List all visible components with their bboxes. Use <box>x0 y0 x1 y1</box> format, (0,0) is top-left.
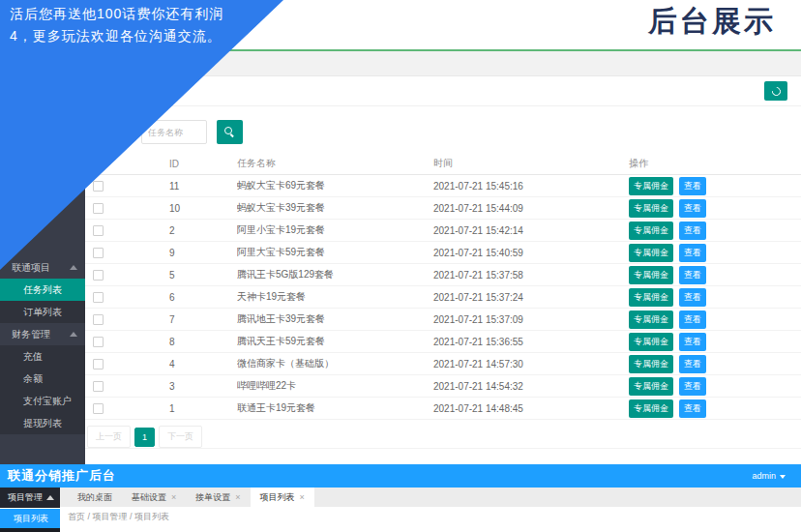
cell-task-name: 腾讯王卡5G版129套餐 <box>237 268 433 281</box>
view-button[interactable]: 查看 <box>679 244 706 262</box>
row-checkbox[interactable] <box>93 381 104 392</box>
bottom-tab-strip: 我的桌面 基础设置× 接单设置× 项目列表× <box>60 488 801 507</box>
caret-down-icon <box>780 475 786 479</box>
row-checkbox[interactable] <box>93 314 104 325</box>
cell-task-name: 阿里大宝卡59元套餐 <box>237 246 433 259</box>
view-button[interactable]: 查看 <box>679 377 706 396</box>
cell-id: 6 <box>169 292 237 303</box>
row-checkbox[interactable] <box>93 225 104 236</box>
cell-id: 5 <box>169 270 237 281</box>
promo-text-line2: 4，更多玩法欢迎各位沟通交流。 <box>10 28 222 45</box>
cell-id: 3 <box>169 381 237 392</box>
tab-order-settings[interactable]: 接单设置× <box>186 488 250 507</box>
row-checkbox[interactable] <box>93 292 104 303</box>
row-checkbox[interactable] <box>93 203 104 214</box>
cell-id: 9 <box>169 248 237 258</box>
sidebar-item-task-list[interactable]: 任务列表 <box>0 279 85 301</box>
exclusive-commission-button[interactable]: 专属佣金 <box>629 288 673 307</box>
cell-task-name: 腾讯地王卡39元套餐 <box>237 312 433 326</box>
sidebar-item-recharge[interactable]: 充值 <box>0 345 85 368</box>
cell-time: 2021-07-21 14:54:32 <box>433 381 629 392</box>
exclusive-commission-button[interactable]: 专属佣金 <box>629 244 673 262</box>
close-icon[interactable]: × <box>300 492 305 502</box>
collapse-arrow-icon <box>70 332 77 337</box>
exclusive-commission-button[interactable]: 专属佣金 <box>629 199 673 218</box>
view-button[interactable]: 查看 <box>679 177 706 195</box>
row-checkbox[interactable] <box>93 270 104 281</box>
search-button[interactable] <box>217 120 243 144</box>
current-page-button[interactable]: 1 <box>134 428 155 447</box>
bottom-sidebar-group-project-mgmt[interactable]: 项目管理 <box>0 488 60 508</box>
close-icon[interactable]: × <box>171 492 176 502</box>
cell-task-name: 蚂蚁大宝卡69元套餐 <box>237 179 433 192</box>
row-checkbox[interactable] <box>93 181 104 192</box>
table-row: 8 腾讯天王卡59元套餐 2021-07-21 15:36:55 专属佣金 查看 <box>85 331 801 353</box>
view-button[interactable]: 查看 <box>679 399 706 418</box>
view-button[interactable]: 查看 <box>679 333 706 351</box>
task-table: ID 任务名称 时间 操作 11 蚂蚁大宝卡69元套餐 2021-07-21 1… <box>85 153 801 420</box>
row-checkbox[interactable] <box>93 248 104 258</box>
cell-task-name: 腾讯天王卡59元套餐 <box>237 335 433 348</box>
cell-task-name: 联通王卡19元套餐 <box>237 401 433 415</box>
bottom-sidebar-next-item-cutoff <box>0 528 60 532</box>
exclusive-commission-button[interactable]: 专属佣金 <box>629 222 673 240</box>
exclusive-commission-button[interactable]: 专属佣金 <box>629 355 673 373</box>
close-icon[interactable]: × <box>235 492 240 502</box>
tab-project-list[interactable]: 项目列表× <box>251 488 314 507</box>
cell-time: 2021-07-21 15:37:24 <box>433 292 629 303</box>
sidebar-item-alipay-account[interactable]: 支付宝账户 <box>0 390 85 412</box>
cell-task-name: 天神卡19元套餐 <box>237 290 433 304</box>
exclusive-commission-button[interactable]: 专属佣金 <box>629 333 673 351</box>
view-button[interactable]: 查看 <box>679 310 706 329</box>
collapse-arrow-icon <box>70 265 77 270</box>
user-menu[interactable]: admin <box>752 464 786 488</box>
tab-basic-settings[interactable]: 基础设置× <box>122 488 186 507</box>
search-icon <box>224 127 235 137</box>
table-row: 5 腾讯王卡5G版129套餐 2021-07-21 15:37:58 专属佣金 … <box>85 264 801 286</box>
row-checkbox[interactable] <box>93 359 104 369</box>
prev-page-button[interactable]: 上一页 <box>87 426 131 448</box>
refresh-button[interactable] <box>764 81 787 101</box>
exclusive-commission-button[interactable]: 专属佣金 <box>629 266 673 284</box>
table-row: 7 腾讯地王卡39元套餐 2021-07-21 15:37:09 专属佣金 查看 <box>85 309 801 331</box>
table-row: 2 阿里小宝卡19元套餐 2021-07-21 15:42:14 专属佣金 查看 <box>85 220 801 242</box>
exclusive-commission-button[interactable]: 专属佣金 <box>629 177 673 195</box>
view-button[interactable]: 查看 <box>679 288 706 307</box>
sidebar-item-balance[interactable]: 余额 <box>0 368 85 390</box>
cell-time: 2021-07-21 15:42:14 <box>433 225 629 236</box>
table-row: 4 微信商家卡（基础版） 2021-07-21 14:57:30 专属佣金 查看 <box>85 353 801 375</box>
cell-id: 8 <box>169 337 237 347</box>
view-button[interactable]: 查看 <box>679 266 706 284</box>
exclusive-commission-button[interactable]: 专属佣金 <box>629 399 673 418</box>
cell-id: 1 <box>169 403 237 414</box>
row-checkbox[interactable] <box>93 403 104 414</box>
breadcrumb-bar: 首页 / 项目管理 / 项目列表 <box>60 507 801 532</box>
bottom-sidebar-item-project-list[interactable]: 项目列表 <box>0 509 60 528</box>
cell-id: 11 <box>169 181 237 192</box>
tab-my-desktop[interactable]: 我的桌面 <box>68 488 122 507</box>
col-header-name: 任务名称 <box>237 157 433 170</box>
cell-id: 10 <box>169 203 237 214</box>
exclusive-commission-button[interactable]: 专属佣金 <box>629 377 673 396</box>
sidebar-item-withdraw-list[interactable]: 提现列表 <box>0 412 85 434</box>
cell-time: 2021-07-21 15:44:09 <box>433 203 629 214</box>
table-row: 3 哔哩哔哩22卡 2021-07-21 14:54:32 专属佣金 查看 <box>85 375 801 398</box>
admin-screenshot: 后台展示 联通项目 任务列表 订单列表 财务管理 充值 <box>0 0 801 532</box>
view-button[interactable]: 查看 <box>679 222 706 240</box>
cell-time: 2021-07-21 15:36:55 <box>433 337 629 347</box>
sidebar-group-projects[interactable]: 联通项目 <box>0 256 85 279</box>
row-checkbox[interactable] <box>93 337 104 347</box>
bottom-header-bar: 联通分销推广后台 admin <box>0 464 801 488</box>
exclusive-commission-button[interactable]: 专属佣金 <box>629 310 673 329</box>
sidebar-group-finance[interactable]: 财务管理 <box>0 323 85 345</box>
pagination: 上一页 1 下一页 <box>87 426 202 448</box>
table-header-row: ID 任务名称 时间 操作 <box>85 153 801 175</box>
table-row: 6 天神卡19元套餐 2021-07-21 15:37:24 专属佣金 查看 <box>85 286 801 309</box>
table-row: 9 阿里大宝卡59元套餐 2021-07-21 15:40:59 专属佣金 查看 <box>85 242 801 264</box>
next-page-button[interactable]: 下一页 <box>159 426 202 448</box>
sidebar-item-order-list[interactable]: 订单列表 <box>0 301 85 323</box>
view-button[interactable]: 查看 <box>679 355 706 373</box>
view-button[interactable]: 查看 <box>679 199 706 218</box>
refresh-icon <box>770 85 783 98</box>
cell-task-name: 阿里小宝卡19元套餐 <box>237 223 433 237</box>
